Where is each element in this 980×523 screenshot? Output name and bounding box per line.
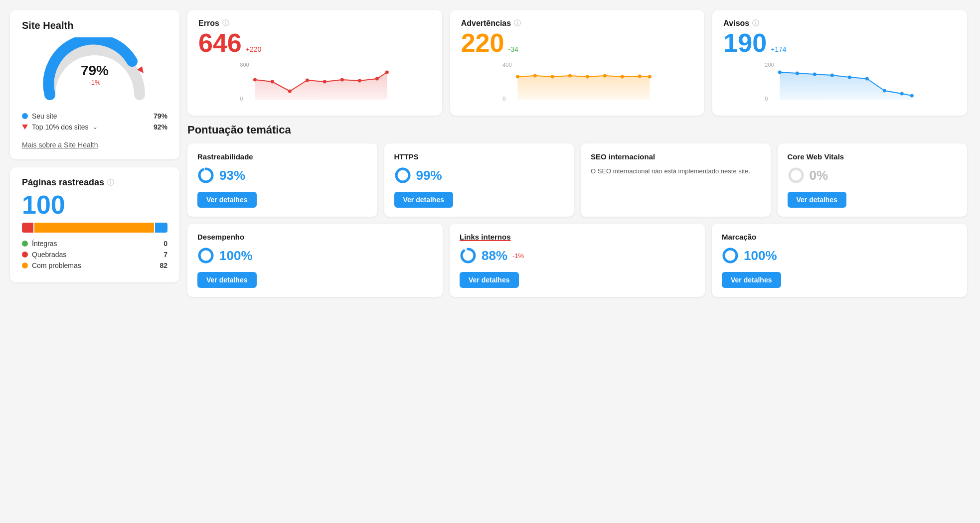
- svg-text:0: 0: [502, 96, 505, 102]
- svg-point-4: [253, 78, 257, 82]
- legend-value-seu-site: 79%: [154, 112, 167, 120]
- legend-label-seu-site: Seu site: [32, 112, 57, 120]
- svg-point-32: [848, 76, 851, 79]
- svg-point-34: [883, 89, 886, 93]
- info-icon-erros[interactable]: ⓘ: [222, 19, 229, 28]
- links-internos-ring-icon: [460, 247, 477, 264]
- marcacao-title: Marcação: [722, 233, 957, 241]
- links-internos-value-row: 88% -1%: [460, 247, 695, 264]
- erros-value-row: 646 +220: [198, 30, 431, 56]
- advertencias-title: Advertências: [461, 19, 511, 28]
- pontuacao-title: Pontuação temática: [187, 124, 967, 136]
- svg-point-22: [621, 75, 624, 79]
- legend-value-com-problemas: 82: [160, 262, 167, 269]
- site-health-card: Site Health 79% -1%: [10, 10, 179, 159]
- info-icon-crawled[interactable]: ⓘ: [107, 178, 114, 187]
- rastreabilidade-title: Rastreabilidade: [197, 152, 367, 161]
- erros-title: Erros: [198, 19, 219, 28]
- svg-text:0: 0: [765, 96, 768, 102]
- svg-marker-3: [255, 72, 387, 100]
- marcacao-value-row: 100%: [722, 247, 957, 264]
- ver-detalhes-desempenho[interactable]: Ver detalhes: [197, 272, 257, 288]
- gauge-change: -1%: [81, 79, 109, 86]
- svg-point-10: [358, 79, 361, 83]
- pb-red-segment: [22, 223, 33, 233]
- advertencias-change: -34: [508, 45, 518, 53]
- advertencias-chart: 400 0: [461, 60, 694, 105]
- ver-detalhes-rastreabilidade[interactable]: Ver detalhes: [197, 192, 257, 208]
- rastreabilidade-percent: 93%: [219, 168, 245, 183]
- links-internos-percent: 88%: [482, 248, 507, 263]
- info-icon-avisos[interactable]: ⓘ: [752, 19, 759, 28]
- svg-point-11: [375, 77, 379, 81]
- crawled-progress-bar: [22, 223, 167, 233]
- core-web-vitals-percent: 0%: [810, 168, 828, 183]
- https-title: HTTPS: [394, 152, 564, 161]
- left-column: Site Health 79% -1%: [10, 10, 179, 297]
- legend-label-com-problemas: Com problemas: [32, 262, 81, 269]
- legend-label-quebradas: Quebradas: [32, 251, 66, 259]
- legend-value-quebradas: 7: [163, 251, 167, 259]
- svg-point-30: [813, 73, 817, 76]
- legend-row-top10: Top 10% dos sites ⌄ 92%: [22, 123, 167, 131]
- pb-orange-segment: [34, 223, 154, 233]
- https-percent: 99%: [416, 168, 442, 183]
- svg-point-19: [568, 74, 572, 78]
- legend-row-com-problemas: Com problemas 82: [22, 262, 167, 269]
- advertencias-value-row: 220 -34: [461, 30, 694, 56]
- legend-row-integras: Íntegras 0: [22, 240, 167, 248]
- desempenho-percent: 100%: [219, 248, 253, 263]
- score-card-core-web-vitals: Core Web Vitals 0% Ver detalhes: [778, 143, 968, 217]
- svg-point-45: [462, 249, 475, 262]
- https-ring-icon: [394, 167, 411, 184]
- score-card-desempenho: Desempenho 100% Ver detalhes: [187, 224, 443, 297]
- desempenho-title: Desempenho: [197, 233, 433, 241]
- svg-point-16: [516, 75, 519, 79]
- svg-point-12: [385, 71, 389, 74]
- dot-blue-icon: [22, 113, 28, 119]
- crawled-count: 100: [22, 192, 167, 218]
- svg-text:400: 400: [502, 62, 511, 68]
- svg-point-23: [638, 75, 642, 78]
- ver-detalhes-core-web-vitals[interactable]: Ver detalhes: [788, 192, 847, 208]
- svg-point-7: [306, 79, 309, 82]
- core-web-vitals-value-row: 0%: [788, 167, 958, 184]
- svg-point-47: [724, 249, 737, 262]
- legend-value-integras: 0: [163, 240, 167, 248]
- ver-detalhes-https[interactable]: Ver detalhes: [394, 192, 454, 208]
- legend-row-seu-site: Seu site 79%: [22, 112, 167, 120]
- advertencias-value: 220: [461, 30, 504, 56]
- gauge-center-text: 79% -1%: [81, 63, 109, 86]
- erros-chart: 800 0: [198, 60, 431, 105]
- gauge-container: 79% -1%: [22, 37, 167, 102]
- score-card-rastreabilidade: Rastreabilidade 93% Ver detalhes: [187, 143, 377, 217]
- score-grid-top: Rastreabilidade 93% Ver detalhes HTTPS: [187, 143, 967, 217]
- crawled-pages-title: Páginas rastreadas: [22, 177, 104, 188]
- more-link-site-health[interactable]: Mais sobre a Site Health: [22, 141, 98, 149]
- erros-change: +220: [246, 45, 262, 53]
- dot-orange-icon: [22, 262, 28, 268]
- svg-marker-15: [517, 76, 650, 100]
- links-internos-title: Links internos: [460, 233, 695, 241]
- links-internos-change: -1%: [512, 252, 524, 260]
- info-icon-advertencias[interactable]: ⓘ: [514, 19, 521, 28]
- svg-point-5: [271, 80, 274, 84]
- svg-point-35: [900, 92, 904, 96]
- svg-point-24: [648, 75, 652, 79]
- ver-detalhes-links-internos[interactable]: Ver detalhes: [460, 272, 519, 288]
- advertencias-card: Advertências ⓘ 220 -34 400 0: [450, 10, 705, 116]
- rastreabilidade-ring-icon: [197, 167, 214, 184]
- seo-internacional-title: SEO internacional: [591, 152, 761, 161]
- rastreabilidade-value-row: 93%: [197, 167, 367, 184]
- dot-red-icon: [22, 252, 28, 258]
- svg-point-9: [340, 78, 344, 82]
- triangle-red-icon: [22, 125, 28, 130]
- svg-point-28: [778, 71, 782, 74]
- score-card-https: HTTPS 99% Ver detalhes: [384, 143, 574, 217]
- svg-point-41: [790, 169, 803, 182]
- erros-card: Erros ⓘ 646 +220 800 0: [187, 10, 442, 116]
- ver-detalhes-marcacao[interactable]: Ver detalhes: [722, 272, 781, 288]
- chevron-down-icon[interactable]: ⌄: [93, 124, 98, 131]
- https-value-row: 99%: [394, 167, 564, 184]
- right-column: Erros ⓘ 646 +220 800 0: [187, 10, 967, 297]
